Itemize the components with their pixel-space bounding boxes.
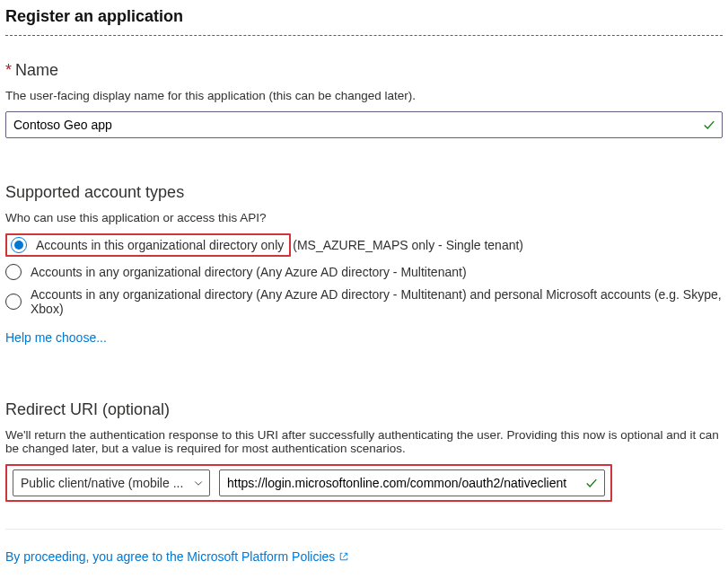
policies-text: By proceeding, you agree to the Microsof… (5, 549, 335, 564)
name-description: The user-facing display name for this ap… (5, 89, 723, 102)
platform-policies-link[interactable]: By proceeding, you agree to the Microsof… (5, 549, 349, 564)
platform-selected-label: Public client/native (mobile ... (21, 476, 183, 490)
radio-label: Accounts in any organizational directory… (31, 287, 723, 316)
name-input[interactable] (5, 111, 723, 138)
radio-label: Accounts in this organizational director… (36, 238, 284, 252)
name-label: *Name (5, 61, 723, 80)
chevron-down-icon (193, 478, 204, 488)
account-type-option-1[interactable]: Accounts in any organizational directory… (5, 264, 723, 280)
separator-bottom (5, 529, 723, 530)
redirect-uri-wrap (219, 469, 605, 496)
required-star-icon: * (5, 61, 12, 79)
highlight-box-radio: Accounts in this organizational director… (5, 233, 291, 257)
page-title: Register an application (5, 7, 723, 26)
separator-dashed (5, 35, 723, 36)
external-link-icon (338, 551, 349, 562)
name-label-text: Name (15, 61, 58, 79)
name-section: *Name The user-facing display name for t… (5, 61, 723, 138)
radio-icon (5, 264, 22, 280)
redirect-uri-section: Redirect URI (optional) We'll return the… (5, 400, 723, 502)
radio-icon (5, 294, 22, 310)
radio-label: Accounts in any organizational directory… (31, 265, 467, 279)
account-type-option-2[interactable]: Accounts in any organizational directory… (5, 287, 723, 316)
redirect-description: We'll return the authentication response… (5, 428, 723, 455)
account-types-question: Who can use this application or access t… (5, 211, 723, 224)
help-me-choose-link[interactable]: Help me choose... (5, 330, 107, 345)
radio-suffix: (MS_AZURE_MAPS only - Single tenant) (293, 238, 523, 252)
account-type-option-0[interactable]: Accounts in this organizational director… (5, 233, 723, 257)
redirect-heading: Redirect URI (optional) (5, 400, 723, 419)
highlight-box-redirect: Public client/native (mobile ... (5, 464, 612, 502)
name-input-wrap (5, 111, 723, 138)
radio-icon (11, 237, 27, 253)
account-types-heading: Supported account types (5, 183, 723, 202)
account-types-section: Supported account types Who can use this… (5, 183, 723, 345)
platform-dropdown[interactable]: Public client/native (mobile ... (13, 469, 210, 496)
redirect-uri-input[interactable] (219, 469, 605, 496)
